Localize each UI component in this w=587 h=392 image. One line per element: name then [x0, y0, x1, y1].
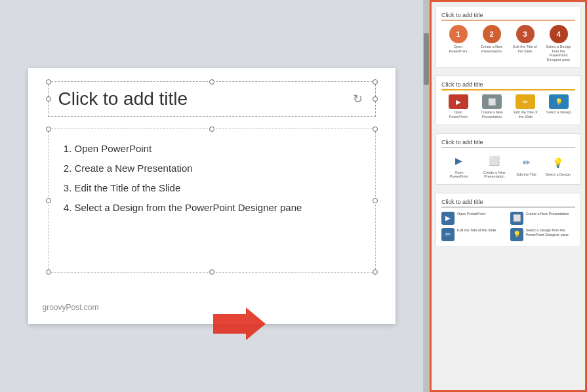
app-icon-new: ⬜ Create a New Presentation [479, 94, 505, 119]
outline-icon-design: 💡 Select a Design [546, 154, 571, 177]
circle-label-1: Open PowerPoint [445, 45, 472, 53]
arrow-indicator [213, 304, 266, 346]
thumb-icon-2: 2 Create a New Presentation [479, 25, 505, 53]
circle-4: 4 [550, 25, 568, 43]
grid-item-3: ✏ Edit the Title of the Slide [441, 228, 507, 241]
grid-icon-designer: 💡 [510, 228, 523, 241]
slide-thumbnail-4[interactable]: Click to add title ▶ Open PowerPoint ⬜ C… [435, 193, 581, 247]
grid-label-4: Select a Design from the PowerPoint Desi… [526, 228, 576, 237]
content-textbox[interactable]: Open PowerPoint Create a New Presentatio… [48, 128, 376, 273]
grid-icon-powerpoint: ▶ [441, 212, 455, 225]
svg-marker-0 [213, 307, 266, 340]
resize-handle-mr[interactable] [373, 198, 378, 203]
outline-label-3: Edit the Title [516, 172, 536, 177]
outline-icon-new: ⬜ Create a New Presentation [481, 152, 508, 179]
slide-thumbnail-3[interactable]: Click to add title ▶ Open PowerPoint ⬜ C… [435, 133, 581, 185]
list-item: Open PowerPoint [75, 139, 362, 159]
slide-title: Click to add title [58, 88, 188, 109]
thumb-icon-3: 3 Edit the Title of the Slide [512, 25, 538, 53]
app-icon-ppt: ▶ Open PowerPoint [445, 94, 472, 119]
left-panel: Click to add title ↻ Open PowerPoint Cre… [0, 0, 423, 392]
app-icon-powerpoint: ▶ [449, 94, 468, 109]
grid-item-1: ▶ Open PowerPoint [441, 212, 507, 225]
resize-handle-mr[interactable] [373, 96, 378, 102]
circle-1: 1 [449, 25, 468, 43]
thumb-app-icons-row: ▶ Open PowerPoint ⬜ Create a New Present… [441, 94, 575, 119]
right-panel-designer: Click to add title 1 Open PowerPoint 2 C… [430, 0, 587, 392]
watermark: groovyPost.com [43, 303, 99, 312]
list-item: Select a Design from the PowerPoint Desi… [75, 198, 362, 218]
resize-handle-tr[interactable] [373, 127, 378, 132]
grid-label-2: Create a New Presentation [526, 212, 569, 216]
outline-icon-new-pres: ⬜ [486, 152, 503, 169]
app-icon-edit-title: ✏ [516, 94, 535, 109]
circle-label-3: Edit the Title of the Slide [512, 45, 538, 53]
slide-thumbnail-2[interactable]: Click to add title ▶ Open PowerPoint ⬜ C… [435, 75, 581, 125]
resize-handle-tl[interactable] [46, 127, 51, 132]
thumb-icon-4: 4 Select a Design from the PowerPoint De… [546, 25, 572, 62]
thumb-title-2: Click to add title [441, 81, 575, 90]
grid-icon-new-pres: ⬜ [510, 212, 523, 225]
resize-handle-ml[interactable] [46, 198, 51, 203]
thumb-grid-icons: ▶ Open PowerPoint ⬜ Create a New Present… [441, 212, 575, 241]
resize-handle-br[interactable] [373, 269, 378, 275]
app-icon-new-pres: ⬜ [482, 94, 502, 109]
resize-handle-tm[interactable] [209, 127, 214, 132]
scrollbar-thumb[interactable] [424, 33, 429, 85]
scrollbar[interactable] [423, 0, 430, 392]
thumb-outline-icons-row: ▶ Open PowerPoint ⬜ Create a New Present… [441, 152, 575, 179]
resize-handle-bl[interactable] [46, 269, 51, 275]
slide-thumbnail-1[interactable]: Click to add title 1 Open PowerPoint 2 C… [435, 6, 581, 68]
thumb-title-4: Click to add title [441, 199, 575, 208]
thumb-title-3: Click to add title [441, 139, 575, 148]
outline-label-1: Open PowerPoint [446, 170, 472, 179]
outline-label-2: Create a New Presentation [481, 170, 508, 179]
content-list: Open PowerPoint Create a New Presentatio… [62, 139, 362, 218]
thumb-title-1: Click to add title [441, 12, 575, 21]
grid-icon-edit: ✏ [441, 228, 455, 241]
arrow-icon [213, 304, 266, 343]
thumb-icons-row-1: 1 Open PowerPoint 2 Create a New Present… [441, 25, 575, 62]
main-slide: Click to add title ↻ Open PowerPoint Cre… [28, 68, 395, 324]
circle-label-4: Select a Design from the PowerPoint Desi… [546, 45, 572, 62]
grid-item-2: ⬜ Create a New Presentation [510, 212, 576, 225]
resize-handle-bm[interactable] [209, 269, 214, 275]
grid-label-3: Edit the Title of the Slide [457, 228, 496, 233]
rotate-handle-icon[interactable]: ↻ [353, 92, 367, 106]
circle-3: 3 [516, 25, 535, 43]
outline-icon-powerpoint: ▶ [451, 152, 468, 169]
app-icon-label-2: Create a New Presentation [479, 110, 505, 119]
list-item: Create a New Presentation [75, 159, 362, 178]
grid-label-1: Open PowerPoint [457, 212, 485, 216]
outline-icon-designer: 💡 [550, 154, 567, 171]
app-icon-edit: ✏ Edit the Title of the Slide [512, 94, 538, 119]
circle-label-2: Create a New Presentation [479, 45, 505, 53]
app-icon-label-4: Select a Design [546, 110, 572, 115]
resize-handle-tr[interactable] [373, 79, 378, 85]
outline-icon-edit-title: ✏ [518, 154, 535, 171]
outline-label-4: Select a Design [546, 172, 571, 177]
title-textbox[interactable]: Click to add title ↻ [48, 81, 376, 117]
thumb-icon-1: 1 Open PowerPoint [445, 25, 472, 53]
outline-icon-ppt: ▶ Open PowerPoint [446, 152, 472, 179]
outline-icon-edit: ✏ Edit the Title [516, 154, 536, 177]
grid-item-4: 💡 Select a Design from the PowerPoint De… [510, 228, 576, 241]
app-icon-design: 💡 Select a Design [546, 94, 572, 115]
app-icon-designer: 💡 [549, 94, 569, 109]
resize-handle-tm[interactable] [209, 79, 214, 85]
app-icon-label-3: Edit the Title of the Slide [512, 110, 538, 119]
app-icon-label-1: Open PowerPoint [445, 110, 472, 119]
circle-2: 2 [483, 25, 501, 43]
list-item: Edit the Title of the Slide [75, 178, 362, 198]
resize-handle-tl[interactable] [46, 79, 51, 85]
resize-handle-ml[interactable] [46, 96, 51, 102]
